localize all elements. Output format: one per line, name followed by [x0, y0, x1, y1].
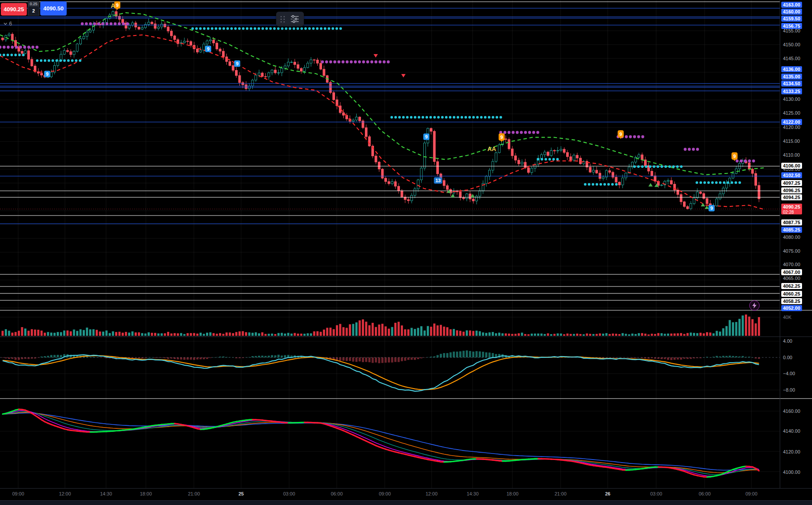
- svg-text:9: 9: [116, 3, 119, 8]
- time-tick: 06:00: [331, 491, 343, 496]
- price-scale-label: 4156.75: [781, 23, 802, 29]
- time-tick: 06:00: [699, 491, 711, 496]
- signal-dot-rows: [0, 23, 755, 186]
- price-scale-label: 4067.00: [781, 269, 802, 275]
- price-scale-label: 4130.00: [781, 96, 802, 102]
- price-scale-label: 4060.25: [781, 291, 802, 297]
- price-scale-label: 4065.00: [781, 275, 802, 281]
- svg-text:9: 9: [619, 132, 622, 137]
- sell-button[interactable]: 4090.25: [1, 3, 27, 16]
- price-scale-label: 4085.25: [781, 227, 802, 233]
- td-count-badge: 9: [44, 71, 50, 77]
- price-scale-label: 4120.00: [781, 124, 802, 130]
- time-tick-date: 25: [238, 491, 244, 496]
- price-scale-label: 4110.00: [781, 152, 802, 158]
- price-scale-label: 4087.75: [781, 219, 802, 225]
- svg-text:9: 9: [710, 206, 713, 211]
- time-tick: 03:00: [650, 491, 662, 496]
- buy-button[interactable]: 4090.50: [40, 1, 67, 16]
- price-scale-label: 4115.00: [781, 138, 802, 144]
- chevron-down-icon: [3, 23, 7, 25]
- trading-chart-window: 99991399999AAA 4090.25 0.25 2 4090.50 6: [0, 0, 812, 505]
- price-scale-label: 4140.00: [781, 428, 802, 434]
- quantity-field[interactable]: 2: [28, 6, 39, 16]
- indicator-settings-icon[interactable]: [290, 15, 300, 23]
- price-scale-label: 4136.00: [781, 66, 802, 72]
- time-tick: 18:00: [140, 491, 152, 496]
- price-scale-label: 4120.00: [781, 449, 802, 455]
- svg-text:9: 9: [733, 154, 736, 159]
- td-count-badge: 9: [423, 134, 429, 140]
- price-scale-label: 4135.00: [781, 74, 802, 80]
- candlesticks: [2, 9, 760, 210]
- price-scale-label: 4145.00: [781, 55, 802, 61]
- price-scale-label: 4163.00: [781, 2, 802, 8]
- price-scale-label: 4133.25: [781, 88, 802, 94]
- pane-separators: [0, 0, 812, 488]
- td-count-badge: 9: [234, 61, 240, 67]
- svg-text:9: 9: [46, 71, 48, 77]
- td-count-badge: 13: [434, 177, 442, 184]
- price-scale-label: −8.00: [781, 387, 797, 393]
- chart-markers: 99991399999AAA: [44, 1, 738, 212]
- setup-9-tag: 9: [114, 1, 120, 10]
- svg-text:9: 9: [425, 134, 428, 139]
- drag-handle-icon[interactable]: [280, 16, 285, 23]
- price-scale-label: 4070.00: [781, 261, 802, 267]
- chart-canvas[interactable]: 99991399999AAA: [0, 0, 812, 505]
- price-scale-label: 4100.00: [781, 469, 802, 475]
- price-scale-label: 4052.00: [781, 305, 802, 311]
- svg-text:9: 9: [236, 61, 238, 66]
- svg-text:9: 9: [207, 46, 209, 51]
- order-entry-widget: 4090.25 0.25 2 4090.50: [1, 1, 67, 16]
- price-scale-label: 4.00: [781, 338, 794, 344]
- buy-arrow-icon: [705, 206, 709, 209]
- quick-trade-button[interactable]: [749, 300, 760, 311]
- ema-bands: [0, 13, 764, 209]
- legend-count: 6: [9, 21, 12, 27]
- svg-text:9: 9: [500, 135, 503, 140]
- svg-text:13: 13: [435, 178, 441, 183]
- td-count-badge: 9: [709, 205, 715, 212]
- price-scale-label: −4.00: [781, 370, 797, 376]
- signal-letter-label: AA: [487, 145, 496, 152]
- time-tick: 18:00: [506, 491, 519, 496]
- volume-bars: [2, 315, 760, 336]
- price-scale-label: 4102.50: [781, 172, 802, 178]
- time-axis[interactable]: 09:0012:0014:3018:0021:002503:0006:0009:…: [0, 488, 812, 500]
- signal-letter-label: A: [111, 2, 115, 9]
- price-scale[interactable]: 4155.004150.004145.004130.004125.004120.…: [780, 0, 812, 488]
- order-mid-column: 0.25 2: [28, 1, 39, 16]
- sell-arrow-icon: [374, 54, 378, 58]
- price-scale-label: 4075.00: [781, 248, 802, 254]
- price-scale-label: 4160.00: [781, 9, 802, 15]
- last-price-label: 4090.2502:28: [781, 204, 802, 215]
- time-tick-date: 26: [605, 491, 610, 496]
- price-scale-label: 4159.50: [781, 16, 802, 22]
- time-tick: 12:00: [59, 491, 71, 496]
- td-count-badge: 9: [205, 46, 211, 52]
- price-scale-label: 4160.00: [781, 408, 802, 414]
- legend-collapse-chip[interactable]: 6: [1, 20, 14, 27]
- drawing-toolbar: [276, 12, 304, 26]
- time-tick: 12:00: [425, 491, 438, 496]
- time-tick: 09:00: [745, 491, 757, 496]
- ma-ribbon-pane: [3, 409, 759, 477]
- price-scale-label: 40K: [781, 314, 793, 320]
- macd-line: [3, 355, 759, 391]
- time-tick: 14:30: [467, 491, 479, 496]
- time-tick: 09:00: [379, 491, 391, 496]
- price-scale-label: 4094.25: [781, 194, 802, 200]
- price-scale-label: 4080.00: [781, 234, 802, 240]
- sell-arrow-icon: [401, 74, 406, 77]
- time-tick: 21:00: [554, 491, 567, 496]
- price-scale-label: 4125.00: [781, 110, 802, 116]
- price-scale-label: 4134.50: [781, 80, 802, 87]
- countdown-timer: 02:28: [783, 210, 800, 215]
- ema-upper-line: [0, 13, 764, 174]
- status-bar: [0, 500, 812, 505]
- price-scale-label: 4062.25: [781, 283, 802, 289]
- time-tick: 03:00: [283, 491, 295, 496]
- price-scale-label: 4150.00: [781, 42, 802, 48]
- time-tick: 21:00: [188, 491, 200, 496]
